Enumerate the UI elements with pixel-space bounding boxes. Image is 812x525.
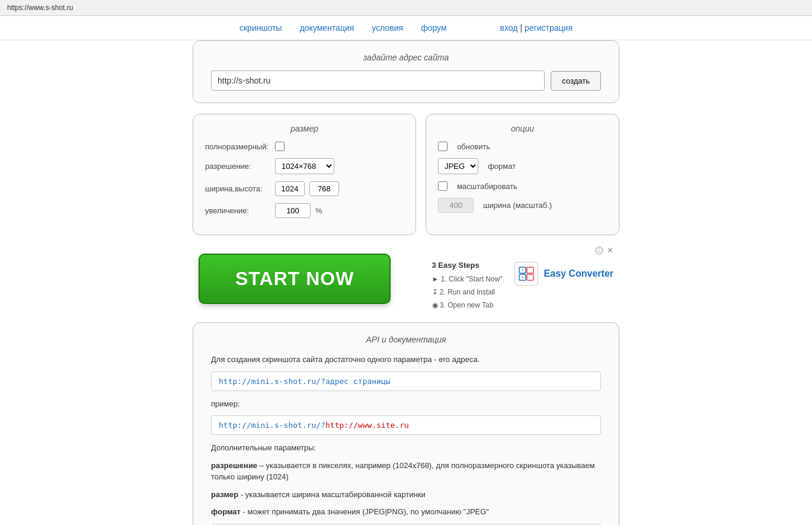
size-section: размер полноразмерный: разрешение: 1024×… — [193, 114, 416, 235]
step1: ► 1. Click "Start Now" — [432, 273, 503, 286]
start-now-button[interactable]: START NOW — [199, 254, 391, 304]
format-label: формат — [488, 162, 607, 171]
nav-login[interactable]: вход — [500, 23, 518, 33]
fullsize-label: полноразмерный: — [205, 142, 270, 151]
resolution-select[interactable]: 1024×768 800×600 1280×1024 1920×1080 — [275, 158, 334, 174]
converter-icon — [514, 262, 538, 286]
options-section: опции обновить JPEG PNG формат масштабир… — [426, 114, 619, 235]
url-input[interactable] — [211, 71, 545, 91]
param3-name: формат — [211, 507, 241, 516]
param2-name: размер — [211, 490, 238, 499]
ad-info-bar: ⓘ ✕ — [595, 246, 613, 255]
step3: ◉ 3. Open new Tab — [432, 299, 503, 312]
nav-forum[interactable]: форум — [421, 23, 446, 33]
ad-content: 3 Easy Steps ► 1. Click "Start Now" ↧ 2.… — [432, 258, 613, 312]
api-title: API и документация — [211, 335, 601, 344]
nav-separator: | — [520, 23, 522, 33]
zoom-input[interactable] — [275, 203, 311, 218]
dimensions-label: ширина,высота: — [205, 184, 270, 193]
refresh-checkbox[interactable] — [438, 142, 447, 151]
browser-bar: https://www.s-shot.ru — [0, 0, 812, 16]
options-title: опции — [438, 124, 607, 133]
zoom-row: увеличение: % — [205, 203, 404, 218]
param1-desc: разрешение – указывается в пикселях, нап… — [211, 460, 601, 483]
url-section: задайте адрес сайта создать — [193, 40, 619, 103]
nav-docs[interactable]: документация — [300, 23, 354, 33]
format-select[interactable]: JPEG PNG — [438, 158, 478, 174]
fullsize-row: полноразмерный: — [205, 142, 404, 151]
scale-width-row: ширина (масштаб.) — [438, 198, 607, 213]
info-icon[interactable]: ⓘ — [595, 247, 603, 255]
svg-rect-3 — [527, 274, 533, 280]
fullsize-checkbox[interactable] — [275, 142, 284, 151]
api-code2: http://mini.s-shot.ru/?http://www.site.r… — [211, 415, 601, 435]
dimensions-row: ширина,высота: — [205, 181, 404, 196]
ad-steps: 3 Easy Steps ► 1. Click "Start Now" ↧ 2.… — [432, 258, 503, 312]
format-row: JPEG PNG формат — [438, 158, 607, 174]
example-label: пример: — [211, 398, 601, 410]
width-input[interactable] — [275, 181, 305, 196]
converter-label: Easy Converter — [544, 268, 613, 279]
param1-name: разрешение — [211, 461, 257, 470]
url-row: создать — [211, 71, 601, 91]
scale-row: масштабировать — [438, 181, 607, 191]
refresh-label: обновить — [457, 142, 607, 151]
resolution-row: разрешение: 1024×768 800×600 1280×1024 1… — [205, 158, 404, 174]
scale-width-input[interactable] — [438, 198, 474, 213]
browser-url: https://www.s-shot.ru — [7, 4, 73, 12]
ad-right: ⓘ ✕ 3 Easy Steps ► 1. Click "Start Now" … — [432, 246, 613, 312]
scale-width-label: ширина (масштаб.) — [483, 201, 607, 210]
resolution-label: разрешение: — [205, 162, 270, 171]
refresh-row: обновить — [438, 142, 607, 151]
nav-screenshots[interactable]: скриншоты — [239, 23, 282, 33]
nav-register[interactable]: регистрация — [525, 23, 573, 33]
size-options-row: размер полноразмерный: разрешение: 1024×… — [193, 114, 619, 235]
zoom-label: увеличение: — [205, 206, 270, 215]
extra-params-label: Дополнительные параметры: — [211, 442, 601, 454]
height-input[interactable] — [309, 181, 339, 196]
ad-converter: Easy Converter — [514, 262, 613, 286]
ad-area: START NOW ⓘ ✕ 3 Easy Steps ► 1. Click "S… — [193, 246, 619, 312]
url-section-title: задайте адрес сайта — [211, 53, 601, 62]
scale-label: масштабировать — [457, 182, 607, 191]
api-code1: http://mini.s-shot.ru/?адрес страницы — [211, 372, 601, 391]
close-ad-button[interactable]: ✕ — [607, 246, 613, 255]
nav-terms[interactable]: условия — [372, 23, 403, 33]
api-desc1: Для создания скриншота сайта достаточно … — [211, 354, 601, 366]
step2: ↧ 2. Run and Install — [432, 286, 503, 299]
svg-rect-2 — [527, 267, 533, 273]
zoom-unit: % — [315, 206, 322, 215]
param2-desc: размер - указывается ширина масштабирова… — [211, 489, 601, 501]
scale-checkbox[interactable] — [438, 181, 447, 191]
create-button[interactable]: создать — [551, 71, 601, 91]
size-title: размер — [205, 124, 404, 133]
steps-title: 3 Easy Steps — [432, 258, 503, 272]
top-nav: скриншоты документация условия форум вхо… — [0, 16, 812, 40]
api-section: API и документация Для создания скриншот… — [193, 322, 619, 525]
param3-desc: формат - может принимать два значения (J… — [211, 506, 601, 518]
